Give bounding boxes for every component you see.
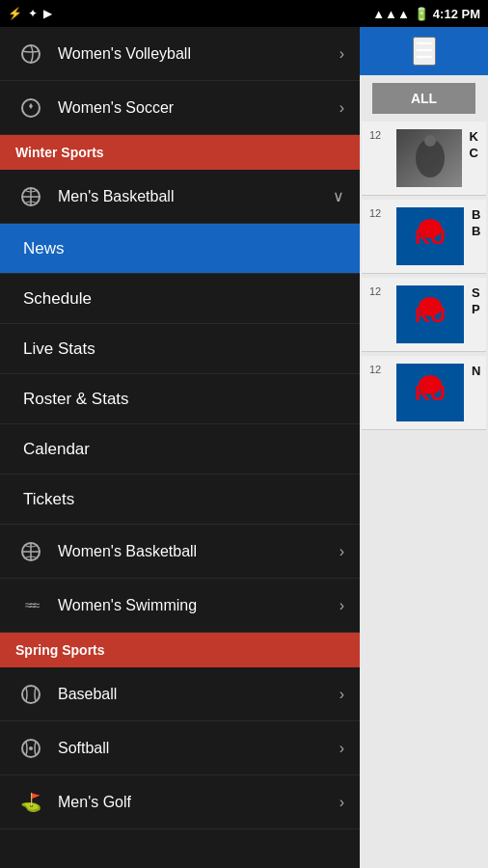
live-stats-label: Live Stats [23,339,344,359]
svg-point-14 [419,219,442,238]
softball-icon [15,733,46,764]
card2-date: 12 [369,207,389,219]
swim-icon: ≈≈≈ [15,590,46,621]
sidebar-item-calendar[interactable]: Calendar [0,424,360,475]
spring-sports-header: Spring Sports [0,633,360,667]
chevron-right-icon: › [339,740,344,757]
baseball-label: Baseball [58,686,339,703]
svg-point-11 [424,135,436,147]
golf-icon: ⛳ [15,787,46,818]
card1-date: 12 [369,129,389,141]
basketball-icon [15,181,46,212]
spurs-icon: ✦ [28,7,38,20]
card4-thumbnail: KU [396,364,464,421]
svg-point-0 [22,45,40,63]
womens-basketball-label: Women's Basketball [58,543,339,560]
video-icon: ▶ [43,7,52,20]
womens-basketball-icon [15,536,46,567]
softball-label: Softball [58,740,339,757]
baseball-icon [15,679,46,710]
sidebar-item-womens-swimming[interactable]: ≈≈≈ Women's Swimming › [0,579,360,633]
sidebar-item-womens-volleyball[interactable]: Women's Volleyball › [0,27,360,81]
svg-point-20 [419,375,442,394]
news-label: News [23,239,344,258]
soccer-icon [15,93,46,123]
chevron-right-icon: › [339,794,344,811]
calendar-label: Calendar [23,440,344,459]
status-right: ▲▲▲ 🔋 4:12 PM [372,7,480,21]
chevron-right-icon: › [339,543,344,560]
card4-date: 12 [369,364,389,375]
sidebar-item-baseball[interactable]: Baseball › [0,667,360,721]
svg-point-5 [22,686,40,703]
all-button[interactable]: ALL [372,83,474,114]
chevron-right-icon: › [339,45,344,63]
news-card-1[interactable]: 12 K C [362,122,486,196]
chevron-right-icon: › [339,597,344,614]
card4-text: N [472,364,480,380]
mens-golf-label: Men's Golf [58,794,339,811]
sidebar-item-womens-basketball[interactable]: Women's Basketball › [0,525,360,579]
sidebar: Women's Volleyball › Women's Soccer › Wi… [0,27,360,868]
womens-soccer-label: Women's Soccer [58,99,339,117]
card2-thumbnail: KU [396,207,464,265]
svg-point-17 [419,297,442,316]
mens-basketball-label: Men's Basketball [58,188,333,205]
news-card-4[interactable]: 12 KU N [362,356,486,430]
schedule-label: Schedule [23,289,344,309]
sidebar-item-mens-basketball[interactable]: Men's Basketball ∨ [0,170,360,224]
card3-date: 12 [369,285,389,297]
svg-marker-2 [29,103,33,109]
sidebar-item-live-stats[interactable]: Live Stats [0,324,360,374]
card1-thumbnail [396,129,462,187]
time-display: 4:12 PM [433,7,480,21]
tickets-label: Tickets [23,490,344,509]
card1-text: K C [470,129,478,162]
main-layout: Women's Volleyball › Women's Soccer › Wi… [0,27,488,868]
sidebar-item-roster-stats[interactable]: Roster & Stats [0,374,360,424]
signal-icon: ▲▲▲ [372,7,410,21]
card2-text: B B [472,207,480,240]
sidebar-item-womens-soccer[interactable]: Women's Soccer › [0,81,360,135]
chevron-down-icon: ∨ [333,187,344,205]
news-card-3[interactable]: 12 KU S P [362,278,486,352]
news-card-2[interactable]: 12 KU B B [362,200,486,274]
hamburger-button[interactable]: ☰ [413,37,436,66]
roster-stats-label: Roster & Stats [23,390,344,409]
status-bar: ⚡ ✦ ▶ ▲▲▲ 🔋 4:12 PM [0,0,488,27]
svg-point-7 [29,746,33,750]
card3-thumbnail: KU [396,285,464,343]
sidebar-item-mens-golf[interactable]: ⛳ Men's Golf › [0,775,360,829]
womens-swimming-label: Women's Swimming [58,597,339,614]
chevron-right-icon: › [339,686,344,703]
sidebar-item-tickets[interactable]: Tickets [0,475,360,525]
sidebar-item-news[interactable]: News [0,224,360,274]
womens-volleyball-label: Women's Volleyball [58,45,339,63]
battery-icon: 🔋 [414,7,429,21]
volleyball-icon [15,39,46,69]
sidebar-item-softball[interactable]: Softball › [0,721,360,775]
status-left-icons: ⚡ ✦ ▶ [8,7,52,20]
usb-icon: ⚡ [8,7,22,20]
card3-text: S P [472,285,480,318]
winter-sports-header: Winter Sports [0,135,360,170]
right-panel-header: ☰ [360,27,488,75]
sidebar-item-schedule[interactable]: Schedule [0,274,360,324]
right-panel: ☰ ALL 12 [360,27,488,868]
chevron-right-icon: › [339,99,344,117]
